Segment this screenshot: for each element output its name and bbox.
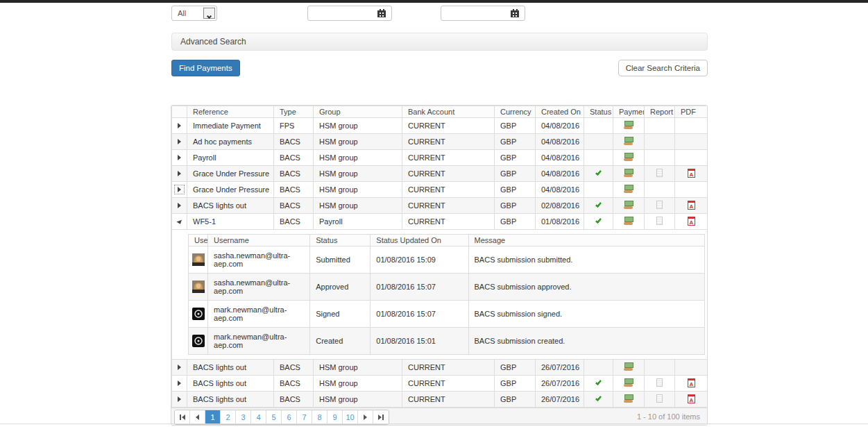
cell-type: BACS xyxy=(274,198,314,214)
column-header-type[interactable]: Type xyxy=(274,106,314,118)
pdf-icon[interactable] xyxy=(688,217,695,226)
pager-page-button[interactable]: 7 xyxy=(297,410,312,424)
payment-icon[interactable] xyxy=(624,394,633,403)
payment-icon[interactable] xyxy=(624,362,633,371)
status-ok-icon xyxy=(595,394,602,401)
pager-page-button[interactable]: 4 xyxy=(251,410,266,424)
cell-created-on: 02/08/2016 xyxy=(536,198,584,214)
pager-page-button[interactable]: 1 xyxy=(205,410,221,424)
cell-bank-account: CURRENT xyxy=(402,134,495,150)
expand-row-icon[interactable] xyxy=(178,187,181,192)
pdf-icon[interactable] xyxy=(688,201,695,210)
pager-page-button[interactable]: 2 xyxy=(221,410,236,424)
expand-row-icon[interactable] xyxy=(178,365,181,370)
page-bottom-divider xyxy=(0,424,868,424)
report-icon[interactable] xyxy=(656,378,663,387)
payment-icon[interactable] xyxy=(624,153,633,161)
cell-reference: Grace Under Pressure xyxy=(187,166,274,182)
pager-first-button[interactable] xyxy=(175,410,190,424)
expand-row-icon[interactable] xyxy=(178,155,181,160)
column-header-bank-account[interactable]: Bank Account xyxy=(402,106,495,118)
calendar-icon[interactable] xyxy=(511,10,519,17)
payment-icon[interactable] xyxy=(624,201,633,209)
cell-bank-account: CURRENT xyxy=(402,182,495,198)
detail-table-row: mark.newman@ultra-aep.com Created 01/08/… xyxy=(189,328,705,355)
expand-row-icon[interactable] xyxy=(178,396,181,402)
report-icon[interactable] xyxy=(656,217,663,225)
payment-icon[interactable] xyxy=(624,169,633,177)
pager-page-button[interactable]: 5 xyxy=(266,410,282,424)
find-payments-button[interactable]: Find Payments xyxy=(171,60,240,76)
expand-row-icon[interactable] xyxy=(178,139,181,144)
calendar-icon[interactable] xyxy=(377,10,386,17)
payment-icon[interactable] xyxy=(624,121,633,129)
expand-row-icon[interactable] xyxy=(178,380,181,386)
detail-cell-updated: 01/08/2016 15:09 xyxy=(371,246,468,274)
cell-group: HSM group xyxy=(314,134,402,150)
payment-icon[interactable] xyxy=(624,137,633,145)
payment-icon[interactable] xyxy=(624,185,633,193)
date-from-input[interactable] xyxy=(312,7,375,19)
payment-icon[interactable] xyxy=(624,217,633,225)
expand-row-icon[interactable] xyxy=(178,123,181,128)
pager-page-button[interactable]: 8 xyxy=(312,410,327,424)
date-to-input[interactable] xyxy=(445,7,508,19)
column-header-group[interactable]: Group xyxy=(314,106,402,118)
cell-group: HSM group xyxy=(314,166,402,182)
clear-search-button[interactable]: Clear Search Criteria xyxy=(618,60,708,76)
last-page-icon xyxy=(378,415,382,420)
cell-reference: Payroll xyxy=(187,150,274,166)
report-icon[interactable] xyxy=(656,201,663,209)
payment-icon[interactable] xyxy=(624,378,633,387)
table-row: BACS lights out BACS HSM group CURRENT G… xyxy=(172,376,708,392)
cell-bank-account: CURRENT xyxy=(402,360,495,376)
payments-grid: Reference Type Group Bank Account Curren… xyxy=(171,105,708,426)
cell-reference: WF5-1 xyxy=(187,214,274,230)
avatar xyxy=(192,281,205,293)
pdf-icon[interactable] xyxy=(688,394,695,403)
type-filter-select[interactable]: All xyxy=(171,6,217,21)
collapse-row-icon[interactable] xyxy=(176,220,182,225)
column-header-status[interactable]: Status xyxy=(584,106,613,118)
column-header-pdf[interactable]: PDF xyxy=(675,106,708,118)
chevron-down-icon xyxy=(207,14,212,19)
pdf-icon[interactable] xyxy=(688,378,695,387)
top-accent-bar xyxy=(0,0,868,3)
pager-prev-button[interactable] xyxy=(190,410,205,424)
cell-group: HSM group xyxy=(314,118,402,134)
detail-cell-status: Created xyxy=(310,328,371,355)
pager-page-button[interactable]: 10 xyxy=(343,410,358,424)
table-row-expanded: WF5-1 BACS Payroll CURRENT GBP 01/08/201… xyxy=(172,214,708,230)
pager-page-button[interactable]: 9 xyxy=(327,410,343,424)
cell-bank-account: CURRENT xyxy=(402,118,495,134)
cell-currency: GBP xyxy=(495,166,536,182)
cell-type: BACS xyxy=(274,166,314,182)
detail-cell-status: Submitted xyxy=(310,246,371,274)
pdf-icon[interactable] xyxy=(688,169,695,178)
select-dropdown-arrow[interactable] xyxy=(203,8,215,19)
expand-row-icon[interactable] xyxy=(178,203,181,208)
report-icon[interactable] xyxy=(656,394,663,403)
cell-group: HSM group xyxy=(314,150,402,166)
cell-bank-account: CURRENT xyxy=(402,214,495,230)
column-header-report[interactable]: Report xyxy=(645,106,675,118)
expand-row-icon[interactable] xyxy=(178,171,181,176)
pager-next-button[interactable] xyxy=(358,410,373,424)
cell-group: HSM group xyxy=(314,392,402,408)
advanced-search-header[interactable]: Advanced Search xyxy=(171,33,708,51)
cell-created-on: 26/07/2016 xyxy=(536,360,584,376)
pager-page-button[interactable]: 6 xyxy=(282,410,297,424)
column-header-created-on[interactable]: Created On xyxy=(536,106,584,118)
pager-page-button[interactable]: 3 xyxy=(236,410,251,424)
pager-last-button[interactable] xyxy=(373,410,389,424)
focused-expand-outline xyxy=(175,185,184,194)
cell-group: HSM group xyxy=(314,360,402,376)
report-icon[interactable] xyxy=(656,169,663,177)
status-ok-icon xyxy=(595,201,602,208)
column-header-currency[interactable]: Currency xyxy=(495,106,536,118)
column-header-payment[interactable]: Payment xyxy=(613,106,645,118)
column-header-reference[interactable]: Reference xyxy=(187,106,274,118)
cell-currency: GBP xyxy=(495,150,536,166)
grid-header-row: Reference Type Group Bank Account Curren… xyxy=(172,106,708,118)
cell-currency: GBP xyxy=(495,214,536,230)
